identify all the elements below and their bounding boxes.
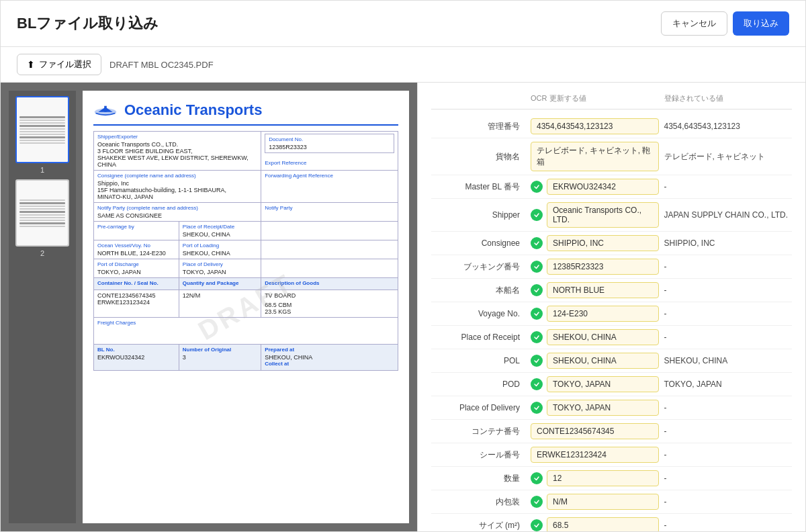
check-icon-8 bbox=[531, 331, 543, 343]
thumbnail-page-1[interactable]: 1 bbox=[14, 96, 71, 174]
file-select-button[interactable]: ⬆ ファイル選択 bbox=[17, 54, 101, 75]
check-icon-10 bbox=[531, 378, 543, 390]
svg-rect-1 bbox=[104, 106, 107, 112]
ocr-value-input-15[interactable]: N/M bbox=[547, 494, 659, 510]
ocr-value-input-9[interactable]: SHEKOU, CHINA bbox=[547, 353, 659, 369]
ocr-row-3: ShipperOceanic Transports CO., LTD.JAPAN… bbox=[431, 199, 792, 232]
ocr-value-box-5: 12385R23323 bbox=[531, 259, 659, 275]
ocr-col-empty bbox=[431, 93, 525, 103]
check-icon-16 bbox=[531, 519, 543, 531]
ocr-value-input-0[interactable]: 4354,643543,123123 bbox=[531, 118, 659, 134]
ocr-registered-12: - bbox=[664, 424, 793, 439]
ocr-row-15: 内包装N/M- bbox=[431, 490, 792, 514]
ocr-row-14: 数量12- bbox=[431, 467, 792, 490]
ocr-row-12: コンテナ番号CONTE12345674345- bbox=[431, 420, 792, 443]
ocr-row-1: 貨物名テレビボード, キャビネット, 鞄箱テレビボード, キャビネット bbox=[431, 138, 792, 175]
shipper-value: Oceanic Transports CO., LTD. 3 FLOOR SHI… bbox=[97, 141, 257, 168]
ocr-label-12: コンテナ番号 bbox=[431, 426, 525, 437]
ocr-row-9: POLSHEKOU, CHINASHEKOU, CHINA bbox=[431, 349, 792, 373]
ocr-label-13: シール番号 bbox=[431, 449, 525, 461]
ocr-label-7: Voyage No. bbox=[431, 309, 525, 318]
container-no: CONTE12345674345 bbox=[97, 292, 175, 299]
ocr-label-6: 本船名 bbox=[431, 285, 525, 296]
ocr-value-input-1[interactable]: テレビボード, キャビネット, 鞄箱 bbox=[531, 142, 659, 171]
ocr-value-input-6[interactable]: NORTH BLUE bbox=[547, 282, 659, 298]
ocr-value-input-12[interactable]: CONTE12345674345 bbox=[531, 423, 659, 439]
ocr-registered-6: - bbox=[664, 283, 793, 298]
qty-col: Quantity and Package bbox=[183, 280, 257, 286]
file-name: DRAFT MBL OC2345.PDF bbox=[109, 60, 214, 70]
ocr-row-8: Place of ReceiptSHEKOU, CHINA- bbox=[431, 326, 792, 349]
ocr-value-input-11[interactable]: TOKYO, JAPAN bbox=[547, 400, 659, 416]
desc-col: Description of Goods bbox=[265, 280, 394, 286]
prepared-label: Prepared at bbox=[265, 347, 394, 353]
desc-value: TV BOARD bbox=[265, 292, 394, 299]
ocean-vessel-value: NORTH BLUE, 124-E230 bbox=[97, 250, 175, 257]
ocr-value-box-16: 68.5 bbox=[531, 517, 659, 531]
ocr-registered-5: - bbox=[664, 259, 793, 274]
port-discharge-value: TOKYO, JAPAN bbox=[97, 269, 175, 275]
ocr-row-0: 管理番号4354,643543,1231234354,643543,123123 bbox=[431, 115, 792, 138]
import-button[interactable]: 取り込み bbox=[733, 11, 789, 36]
ocr-value-box-9: SHEKOU, CHINA bbox=[531, 353, 659, 369]
ocr-value-box-3: Oceanic Transports CO., LTD. bbox=[531, 202, 659, 228]
ocr-registered-15: - bbox=[664, 494, 793, 509]
check-icon-9 bbox=[531, 355, 543, 367]
ocr-value-input-13[interactable]: ERWKE123123424 bbox=[531, 447, 659, 463]
cancel-button[interactable]: キャンセル bbox=[661, 11, 727, 36]
ocr-value-box-7: 124-E230 bbox=[531, 306, 659, 322]
company-name: Oceanic Transports bbox=[124, 101, 262, 119]
check-icon-5 bbox=[531, 261, 543, 273]
pre-carriage-label: Pre-carriage by bbox=[97, 224, 175, 230]
ocr-value-input-2[interactable]: EKRWOU324342 bbox=[547, 179, 659, 195]
ocr-value-input-10[interactable]: TOKYO, JAPAN bbox=[547, 376, 659, 392]
place-receipt-value: SHEKOU, CHINA bbox=[183, 231, 257, 238]
check-icon-2 bbox=[531, 181, 543, 193]
ocr-row-7: Voyage No.124-E230- bbox=[431, 302, 792, 326]
check-icon-3 bbox=[531, 209, 543, 221]
ocr-label-1: 貨物名 bbox=[431, 151, 525, 163]
ocr-value-input-3[interactable]: Oceanic Transports CO., LTD. bbox=[547, 202, 659, 228]
ocr-label-3: Shipper bbox=[431, 210, 525, 220]
bl-no-label: BL No. bbox=[97, 347, 175, 353]
ocr-row-6: 本船名NORTH BLUE- bbox=[431, 279, 792, 302]
ocr-registered-10: TOKYO, JAPAN bbox=[664, 377, 793, 392]
ocr-value-box-2: EKRWOU324342 bbox=[531, 179, 659, 195]
prepared-value: SHEKOU, CHINA bbox=[265, 354, 394, 361]
ocr-label-15: 内包装 bbox=[431, 496, 525, 508]
freight-label: Freight Charges bbox=[97, 320, 394, 326]
check-icon-11 bbox=[531, 402, 543, 414]
ocr-value-input-4[interactable]: SHIPPIO, INC bbox=[547, 235, 659, 251]
ocr-label-0: 管理番号 bbox=[431, 121, 525, 132]
ocr-registered-8: - bbox=[664, 330, 793, 345]
ocr-value-input-8[interactable]: SHEKOU, CHINA bbox=[547, 329, 659, 345]
ocr-row-13: シール番号ERWKE123123424- bbox=[431, 443, 792, 467]
ocr-label-14: 数量 bbox=[431, 473, 525, 484]
fwd-agent-label: Forwarding Agent Reference bbox=[265, 173, 394, 179]
file-select-label: ファイル選択 bbox=[39, 58, 91, 71]
ocr-value-box-8: SHEKOU, CHINA bbox=[531, 329, 659, 345]
ocr-row-10: PODTOKYO, JAPANTOKYO, JAPAN bbox=[431, 373, 792, 396]
measure-value: 68.5 CBM23.5 KGS bbox=[265, 302, 394, 315]
collect-label: Collect at bbox=[265, 361, 394, 367]
notify-party-value: SAME AS CONSIGNEE bbox=[97, 212, 257, 219]
ocr-registered-1: テレビボード, キャビネット bbox=[664, 148, 793, 165]
ocr-value-box-4: SHIPPIO, INC bbox=[531, 235, 659, 251]
page-num-2: 2 bbox=[40, 249, 44, 257]
ocr-value-box-15: N/M bbox=[531, 494, 659, 510]
page-num-1: 1 bbox=[40, 166, 44, 174]
check-icon-14 bbox=[531, 472, 543, 484]
ocr-value-input-16[interactable]: 68.5 bbox=[547, 517, 659, 531]
ocr-value-input-14[interactable]: 12 bbox=[547, 470, 659, 486]
ocr-value-input-5[interactable]: 12385R23323 bbox=[547, 259, 659, 275]
ocr-label-2: Master BL 番号 bbox=[431, 181, 525, 193]
page-title: BLファイル取り込み bbox=[17, 13, 159, 34]
ocr-registered-0: 4354,643543,123123 bbox=[664, 119, 793, 134]
ocr-label-9: POL bbox=[431, 356, 525, 365]
check-icon-6 bbox=[531, 284, 543, 296]
ocr-value-input-7[interactable]: 124-E230 bbox=[547, 306, 659, 322]
thumbnail-page-2[interactable]: 2 bbox=[14, 179, 71, 257]
ocr-row-11: Place of DeliveryTOKYO, JAPAN- bbox=[431, 396, 792, 420]
ocr-registered-14: - bbox=[664, 471, 793, 486]
place-delivery-value: TOKYO, JAPAN bbox=[183, 269, 257, 275]
